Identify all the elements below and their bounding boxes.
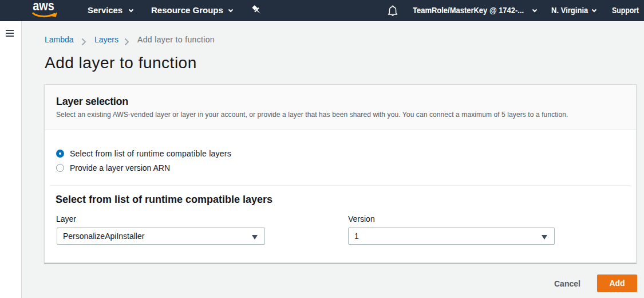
svg-text:aws: aws <box>33 0 54 13</box>
